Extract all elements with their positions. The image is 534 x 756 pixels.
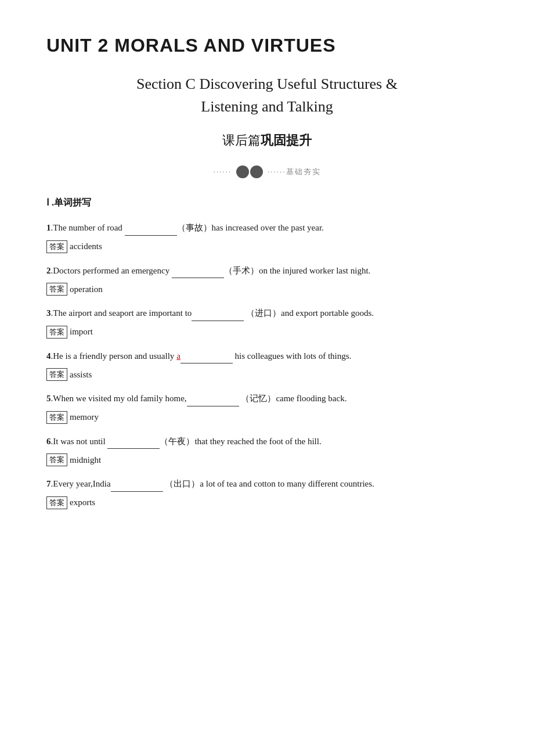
answer-text-7: exports: [70, 498, 95, 507]
divider-row: ······ ······基础夯实: [46, 165, 488, 178]
question-text-3: 3.The airport and seaport are important …: [46, 306, 488, 321]
question-block-2: 2.Doctors performed an emergency （手术）on …: [46, 264, 488, 296]
question-text-7: 7.Every year,India （出口）a lot of tea and …: [46, 477, 488, 492]
question-block-4: 4.He is a friendly person and usually a …: [46, 349, 488, 381]
answer-badge-2: 答案: [46, 283, 67, 296]
answer-badge-7: 答案: [46, 496, 67, 509]
answer-text-3: import: [70, 327, 93, 337]
answer-badge-3: 答案: [46, 326, 67, 339]
answer-text-1: accidents: [70, 242, 102, 251]
question-text-1: 1.The number of road （事故）has increased o…: [46, 221, 488, 236]
question-text-6: 6.It was not until （午夜）that they reached…: [46, 434, 488, 449]
question-block-1: 1.The number of road （事故）has increased o…: [46, 221, 488, 253]
question-text-5: 5.When we visited my old family home, （记…: [46, 391, 488, 406]
dots-left: ······: [214, 167, 232, 177]
answer-text-6: midnight: [70, 455, 101, 465]
section-title: Section C Discovering Useful Structures …: [46, 73, 488, 118]
section-heading: Ⅰ .单词拼写: [46, 197, 488, 209]
answer-text-2: operation: [70, 285, 103, 294]
question-block-7: 7.Every year,India （出口）a lot of tea and …: [46, 477, 488, 509]
answer-badge-6: 答案: [46, 453, 67, 466]
answer-text-5: memory: [70, 412, 99, 422]
chinese-subtitle: 课后篇巩固提升: [46, 132, 488, 149]
question-block-6: 6.It was not until （午夜）that they reached…: [46, 434, 488, 467]
answer-badge-4: 答案: [46, 368, 67, 381]
question-block-3: 3.The airport and seaport are important …: [46, 306, 488, 339]
circle-icon: [236, 165, 263, 178]
question-text-4: 4.He is a friendly person and usually a …: [46, 349, 488, 364]
unit-title: UNIT 2 MORALS AND VIRTUES: [46, 35, 488, 56]
question-text-2: 2.Doctors performed an emergency （手术）on …: [46, 264, 488, 279]
answer-text-4: assists: [70, 370, 92, 380]
dots-right: ······基础夯实: [268, 167, 321, 177]
answer-badge-5: 答案: [46, 411, 67, 424]
answer-badge-1: 答案: [46, 240, 67, 253]
question-block-5: 5.When we visited my old family home, （记…: [46, 391, 488, 424]
